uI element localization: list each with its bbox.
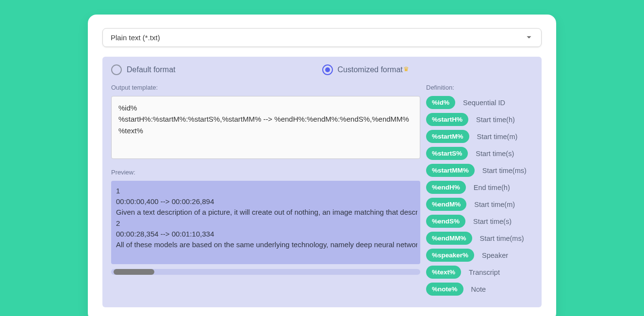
- format-select-value: Plain text (*.txt): [111, 33, 160, 42]
- definition-row: %id%Sequential ID: [426, 96, 533, 109]
- token-pill[interactable]: %endMM%: [426, 232, 472, 245]
- definition-desc: Start time(s): [476, 150, 514, 158]
- radio-icon: [111, 64, 122, 75]
- radio-label: Customized format♛: [338, 65, 409, 74]
- preview-line: 2: [116, 218, 417, 229]
- definition-row: %endS%Start time(s): [426, 215, 533, 228]
- definition-desc: Transcript: [469, 269, 500, 276]
- token-pill[interactable]: %startH%: [426, 113, 468, 126]
- preview-content: 1 00:00:00,400 --> 00:00:26,894 Given a …: [116, 186, 417, 250]
- output-template-input[interactable]: [111, 96, 420, 159]
- definition-row: %endM%Start time(m): [426, 198, 533, 211]
- definition-list: %id%Sequential ID%startH%Start time(h)%s…: [426, 96, 533, 296]
- radio-label: Default format: [127, 65, 175, 74]
- preview-line: All of these models are based on the sam…: [116, 239, 417, 250]
- token-pill[interactable]: %speaker%: [426, 249, 474, 262]
- token-pill[interactable]: %startMM%: [426, 164, 475, 177]
- token-pill[interactable]: %endS%: [426, 215, 465, 228]
- definition-row: %endH%End time(h): [426, 181, 533, 194]
- token-pill[interactable]: %startS%: [426, 147, 468, 160]
- definition-row: %note%Note: [426, 283, 533, 296]
- panel-body: Output template: Preview: 1 00:00:00,400…: [111, 84, 533, 296]
- token-pill[interactable]: %note%: [426, 283, 463, 296]
- definition-row: %text%Transcript: [426, 266, 533, 279]
- preview-line: 00:00:00,400 --> 00:00:26,894: [116, 196, 417, 207]
- definition-desc: Start time(m): [474, 201, 515, 208]
- token-pill[interactable]: %endM%: [426, 198, 466, 211]
- preview-line: 00:00:28,354 --> 00:01:10,334: [116, 229, 417, 239]
- definition-desc: Start time(h): [476, 116, 515, 124]
- definition-desc: Start time(ms): [482, 167, 527, 174]
- token-pill[interactable]: %text%: [426, 266, 461, 279]
- definition-desc: Start time(m): [477, 133, 518, 141]
- definition-desc: Note: [471, 285, 486, 293]
- token-pill[interactable]: %id%: [426, 96, 455, 109]
- format-select[interactable]: Plain text (*.txt): [102, 28, 542, 47]
- definition-desc: Speaker: [482, 252, 508, 259]
- definition-row: %startH%Start time(h): [426, 113, 533, 126]
- chevron-down-icon: [524, 32, 534, 44]
- definition-column: Definition: %id%Sequential ID%startH%Sta…: [426, 84, 533, 296]
- definition-row: %startMM%Start time(ms): [426, 164, 533, 177]
- definition-label: Definition:: [426, 84, 533, 91]
- definition-row: %endMM%Start time(ms): [426, 232, 533, 245]
- definition-row: %startM%Start time(m): [426, 130, 533, 143]
- definition-desc: Sequential ID: [463, 99, 505, 107]
- scrollbar-thumb[interactable]: [114, 269, 154, 275]
- preview-line: 1: [116, 186, 417, 196]
- definition-desc: Start time(ms): [480, 235, 524, 242]
- definition-desc: Start time(s): [473, 218, 512, 225]
- radio-icon: [322, 64, 333, 75]
- definition-row: %startS%Start time(s): [426, 147, 533, 160]
- radio-default-format[interactable]: Default format: [111, 64, 322, 75]
- left-column: Output template: Preview: 1 00:00:00,400…: [111, 84, 420, 296]
- token-pill[interactable]: %endH%: [426, 181, 466, 194]
- token-pill[interactable]: %startM%: [426, 130, 469, 143]
- definition-desc: End time(h): [474, 184, 510, 191]
- radio-customized-format[interactable]: Customized format♛: [322, 64, 533, 75]
- preview-box: 1 00:00:00,400 --> 00:00:26,894 Given a …: [111, 181, 420, 264]
- preview-line: Given a text description of a picture, i…: [116, 207, 417, 218]
- preview-scrollbar[interactable]: [111, 269, 420, 275]
- format-radio-group: Default format Customized format♛: [111, 64, 533, 75]
- output-template-label: Output template:: [111, 84, 420, 91]
- preview-label: Preview:: [111, 169, 420, 176]
- definition-row: %speaker%Speaker: [426, 249, 533, 262]
- format-panel: Default format Customized format♛ Output…: [102, 57, 542, 307]
- crown-icon: ♛: [403, 65, 409, 73]
- export-settings-card: Plain text (*.txt) Default format Custom…: [88, 15, 556, 316]
